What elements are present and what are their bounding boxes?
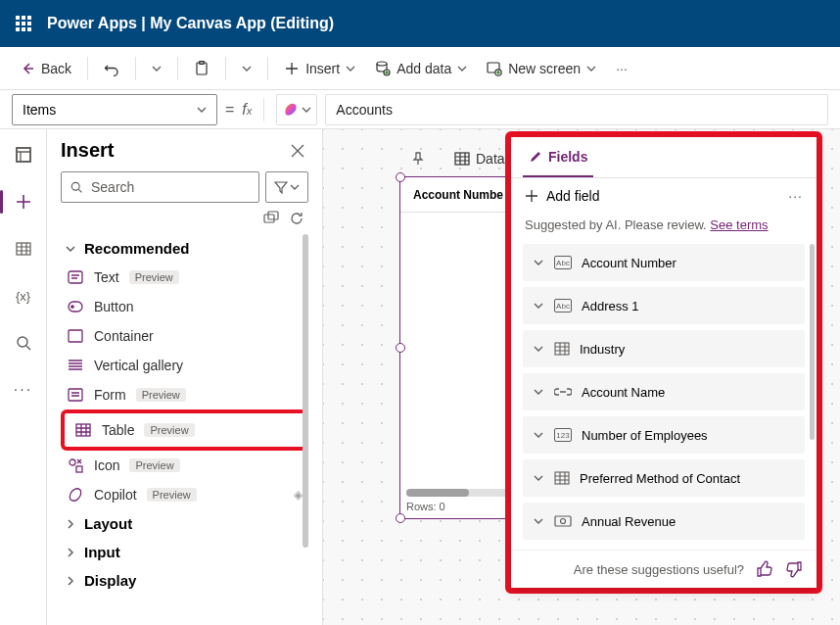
preview-badge: Preview: [136, 388, 186, 402]
category-input[interactable]: Input: [61, 538, 308, 566]
rail-insert[interactable]: [6, 184, 41, 219]
paste-button[interactable]: [186, 55, 217, 82]
chevron-right-icon: [65, 547, 76, 558]
close-icon: [291, 144, 304, 158]
svg-rect-2: [27, 16, 31, 20]
field-label: Address 1: [582, 299, 639, 313]
insert-filter-button[interactable]: [265, 171, 308, 203]
copilot-icon: [282, 101, 300, 119]
separator: [225, 57, 226, 80]
svg-point-18: [18, 337, 27, 347]
field-row[interactable]: 123Number of Employees: [523, 416, 805, 454]
chevron-down-icon: [533, 515, 544, 527]
table-icon: [454, 152, 470, 166]
thumbs-down-button[interactable]: [785, 560, 803, 578]
table-column-header[interactable]: Account Numbe: [400, 177, 516, 213]
add-field-button[interactable]: Add field: [525, 188, 599, 204]
insert-item-copilot[interactable]: Copilot Preview ◈: [61, 480, 308, 509]
gallery-icon: [67, 357, 84, 374]
chevron-right-icon: [65, 518, 76, 530]
field-row[interactable]: Industry: [523, 330, 805, 367]
undo-button[interactable]: [96, 55, 127, 82]
chevron-down-icon: [152, 64, 162, 73]
add-data-button[interactable]: Add data: [367, 55, 475, 82]
field-row[interactable]: Account Name: [523, 373, 805, 410]
table-h-scrollbar[interactable]: [406, 489, 510, 497]
back-button[interactable]: Back: [12, 55, 79, 82]
field-type-icon: [554, 471, 570, 485]
field-row[interactable]: AbcAddress 1: [523, 287, 805, 324]
insert-item-button[interactable]: Button: [61, 292, 308, 321]
pin-icon: [411, 152, 425, 166]
app-launcher-icon[interactable]: [8, 8, 39, 39]
insert-item-vertical-gallery[interactable]: Vertical gallery: [61, 351, 308, 380]
svg-rect-21: [268, 212, 278, 219]
feedback-bar: Are these suggestions useful?: [511, 550, 817, 588]
field-row[interactable]: Annual Revenue: [523, 503, 805, 540]
collapse-icon[interactable]: [263, 211, 279, 226]
overflow-button[interactable]: ···: [608, 55, 635, 82]
svg-rect-26: [69, 389, 82, 401]
rail-data[interactable]: [6, 231, 41, 266]
data-tab[interactable]: Data: [448, 147, 511, 170]
property-selector[interactable]: Items: [12, 94, 217, 125]
insert-button[interactable]: Insert: [276, 55, 363, 82]
svg-rect-20: [264, 215, 274, 222]
refresh-icon[interactable]: [289, 211, 304, 226]
command-bar: Back Insert Add data New screen ···: [0, 47, 840, 90]
chevron-down-icon: [457, 64, 467, 73]
insert-search-input[interactable]: Search: [61, 171, 259, 203]
table-control[interactable]: Account Numbe Rows: 0: [399, 176, 517, 519]
pin-button[interactable]: [405, 148, 431, 169]
rows-count-label: Rows: 0: [406, 501, 445, 512]
undo-split-button[interactable]: [144, 58, 169, 79]
close-panel-button[interactable]: [287, 140, 308, 162]
rail-search[interactable]: [6, 325, 41, 361]
insert-item-icon[interactable]: Icon Preview: [61, 451, 308, 480]
field-overflow-button[interactable]: ···: [788, 188, 803, 204]
chevron-down-icon: [533, 386, 544, 398]
resize-handle[interactable]: [396, 172, 405, 182]
container-icon: [67, 327, 84, 345]
canvas[interactable]: Data Account Numbe Rows: 0 Fields: [323, 129, 840, 625]
svg-point-11: [377, 62, 387, 66]
formula-input[interactable]: Accounts: [325, 94, 828, 125]
svg-rect-31: [555, 343, 569, 355]
rail-more[interactable]: ···: [6, 372, 41, 408]
plus-icon: [284, 61, 300, 76]
feedback-text: Are these suggestions useful?: [574, 562, 744, 577]
thumbs-up-button[interactable]: [756, 560, 773, 578]
svg-rect-3: [16, 22, 20, 25]
insert-item-table[interactable]: Table Preview: [69, 415, 301, 445]
fields-tab[interactable]: Fields: [523, 137, 593, 177]
category-recommended[interactable]: Recommended: [61, 234, 308, 263]
button-icon: [67, 298, 84, 315]
category-display[interactable]: Display: [61, 566, 308, 595]
resize-handle[interactable]: [396, 513, 405, 523]
insert-item-form[interactable]: Form Preview: [61, 380, 308, 409]
field-row[interactable]: Preferred Method of Contact: [523, 459, 805, 497]
chevron-down-icon: [197, 105, 207, 115]
svg-rect-1: [22, 16, 25, 20]
chevron-right-icon: [65, 575, 76, 587]
field-label: Preferred Method of Contact: [580, 471, 740, 486]
see-terms-link[interactable]: See terms: [710, 217, 768, 232]
search-icon: [70, 180, 83, 194]
titlebar-text: Power Apps | My Canvas App (Editing): [47, 15, 334, 32]
highlight-box-table: Table Preview: [61, 409, 308, 451]
rail-variables[interactable]: {x}: [6, 278, 41, 313]
field-list-scrollbar[interactable]: [810, 244, 815, 440]
new-screen-button[interactable]: New screen: [479, 55, 604, 82]
rail-tree-view[interactable]: [6, 137, 41, 172]
insert-item-text[interactable]: Text Preview: [61, 263, 308, 292]
svg-rect-5: [27, 22, 31, 25]
category-layout[interactable]: Layout: [61, 509, 308, 538]
paste-split-button[interactable]: [234, 58, 259, 79]
panel-scrollbar[interactable]: [303, 234, 308, 548]
copilot-fx-button[interactable]: [276, 94, 317, 125]
resize-handle[interactable]: [396, 343, 405, 353]
insert-item-container[interactable]: Container: [61, 321, 308, 351]
chevron-down-icon: [302, 105, 311, 115]
field-row[interactable]: AbcAccount Number: [523, 244, 805, 281]
svg-rect-6: [16, 27, 20, 31]
